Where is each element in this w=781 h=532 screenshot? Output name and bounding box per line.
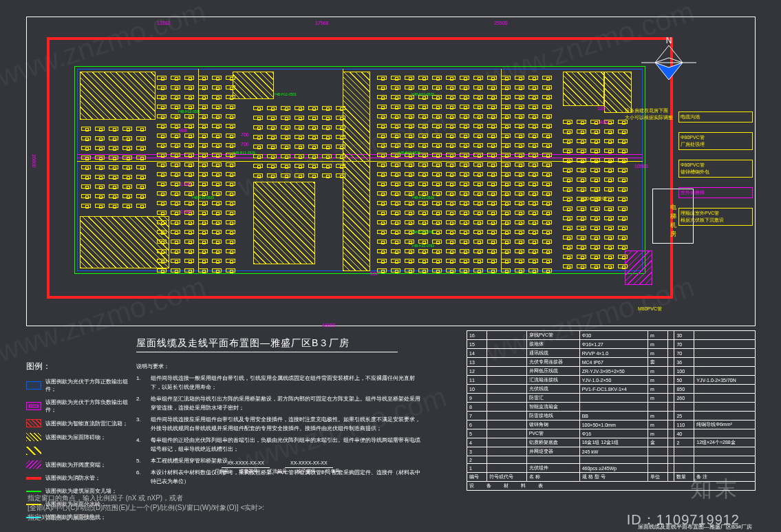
pv-module	[473, 259, 483, 263]
table-row: 2	[467, 456, 756, 464]
pv-module	[460, 240, 469, 244]
pv-module	[590, 158, 600, 162]
pv-module	[446, 162, 456, 167]
pv-module	[618, 235, 628, 240]
pv-module	[336, 173, 345, 178]
pv-module	[226, 249, 235, 253]
pv-module	[487, 124, 497, 128]
legend-swatch-module	[26, 381, 41, 390]
pv-module	[432, 85, 442, 89]
pv-module	[446, 143, 456, 147]
pv-module	[418, 85, 428, 89]
wire-label: Y4B-H10-0525	[191, 195, 214, 200]
pv-module	[122, 194, 132, 198]
pv-module	[405, 134, 414, 138]
pv-module	[473, 182, 483, 186]
pv-module	[171, 191, 180, 195]
pv-module	[136, 146, 146, 150]
legend-label: 该图例款为开阔度突端；	[45, 461, 106, 469]
pv-module	[281, 164, 290, 168]
table-row: 14通讯线缆RVVP 4×1.0m70	[467, 349, 756, 358]
pv-module	[515, 268, 524, 273]
pv-module	[487, 114, 497, 118]
pv-module	[81, 156, 91, 160]
pv-module	[377, 268, 387, 273]
pv-module	[198, 76, 208, 80]
pv-module	[171, 114, 180, 118]
pv-module	[473, 191, 483, 195]
pv-module	[336, 116, 345, 120]
pv-module	[501, 76, 511, 80]
pv-module	[563, 178, 573, 182]
pv-module	[515, 162, 524, 167]
pv-module	[136, 204, 146, 208]
pv-module	[418, 220, 428, 224]
pv-module	[157, 124, 167, 128]
pv-module	[212, 230, 222, 234]
pv-module	[157, 143, 167, 147]
pv-module	[542, 249, 552, 253]
pv-module	[487, 143, 497, 147]
pv-module	[391, 114, 400, 118]
pv-module	[226, 240, 235, 244]
wire-label: Y4B-B12-0525	[398, 151, 420, 155]
pv-module	[157, 162, 167, 167]
pv-module	[109, 194, 118, 198]
pv-module	[226, 162, 235, 167]
pv-module	[577, 120, 586, 124]
pv-module	[122, 165, 132, 169]
pv-module	[460, 249, 469, 253]
pv-module	[515, 220, 524, 224]
cad-command-bar[interactable]: 指定窗口的角点，输入比例因子 (nX 或 nXP)，或者 [全部(A)/中心(C…	[28, 493, 264, 522]
legend-label: 该图例款为智能直流防雷汇流箱；	[45, 420, 128, 427]
pv-module	[432, 249, 442, 253]
pv-module	[487, 134, 497, 138]
pv-module	[542, 201, 552, 205]
pv-module	[157, 85, 167, 89]
pv-module	[226, 191, 235, 195]
pv-module	[267, 154, 277, 158]
pv-module	[528, 182, 538, 186]
pv-module	[377, 249, 387, 253]
pv-module	[590, 264, 600, 268]
pv-module	[542, 240, 552, 244]
roof-obstruction	[343, 72, 370, 271]
inline-dim: 1400	[597, 120, 608, 125]
pv-module	[528, 143, 538, 147]
pv-module	[446, 268, 456, 273]
dim-top-1: 13382	[157, 21, 170, 25]
pv-module	[184, 220, 194, 224]
pv-module	[446, 249, 456, 253]
pv-module	[432, 143, 442, 147]
pv-module	[377, 95, 387, 99]
pv-module	[95, 156, 105, 160]
cad-canvas[interactable]: www.znzmo.com www.znzmo.com www.znzmo.co…	[0, 0, 781, 532]
pv-module	[184, 259, 194, 263]
pv-module	[212, 249, 222, 253]
pv-module	[590, 226, 600, 230]
pv-module	[212, 124, 222, 128]
pv-module	[281, 145, 290, 149]
pv-module	[618, 216, 628, 220]
pv-module	[487, 105, 497, 109]
pv-module	[446, 220, 456, 224]
pv-module	[198, 153, 208, 157]
pv-module	[226, 143, 235, 147]
pv-module	[281, 154, 290, 158]
pv-module	[618, 197, 628, 201]
pv-module	[432, 220, 442, 224]
pv-module	[604, 264, 614, 268]
pv-module	[446, 172, 456, 176]
pv-module	[418, 211, 428, 215]
pv-module	[377, 162, 387, 167]
pv-module	[308, 125, 318, 129]
pv-module	[267, 164, 277, 168]
pv-module	[501, 211, 511, 215]
pv-module	[308, 154, 318, 158]
pv-module	[460, 153, 469, 157]
pv-module	[528, 240, 538, 244]
pv-module	[157, 153, 167, 157]
inline-dim: 537	[370, 271, 378, 276]
pv-module	[446, 105, 456, 109]
pv-module	[253, 106, 263, 110]
